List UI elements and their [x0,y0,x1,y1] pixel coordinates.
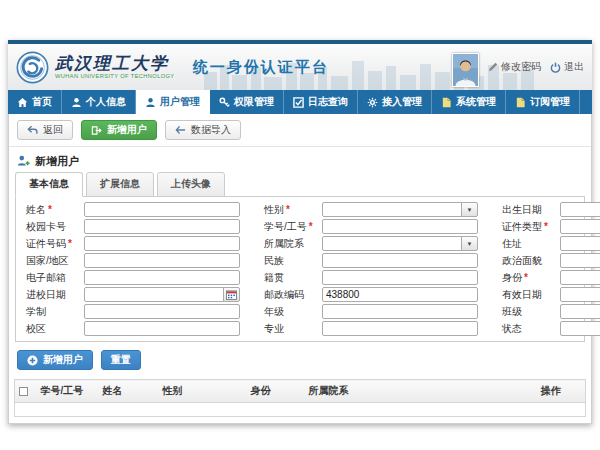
form-field-enroll-date: 进校日期 [18,286,256,303]
nav-item-1[interactable]: 首页 [8,90,62,114]
required-asterisk: * [544,221,548,232]
gear-icon [367,97,378,108]
form-field-grade: 年级 [256,303,494,320]
nav-item-8[interactable]: 订阅管理 [506,90,580,114]
nav-item-3[interactable]: 用户管理 [136,90,210,114]
column-header-5: 所属院系 [305,380,537,403]
university-name-en: WUHAN UNIVERSITY OF TECHNOLOGY [55,73,175,79]
main-content: 返回 新增用户 数据导入 [8,114,592,424]
department-input[interactable] [322,236,462,251]
field-label: 专业 [264,322,322,336]
postal-code-input[interactable] [322,287,478,302]
data-import-button[interactable]: 数据导入 [165,120,241,140]
field-label: 邮政编码 [264,288,322,302]
university-logo [16,51,49,84]
form-grid: 姓名*性别*▼出生日期校园卡号学号/工号*证件类型*证件号码*所属院系▼住址国家… [18,201,582,337]
file-icon [441,97,452,108]
column-header-6: 操作 [537,380,586,403]
campus-card-no-input[interactable] [84,219,240,234]
id-type-input[interactable] [560,219,600,234]
grade-input[interactable] [322,304,478,319]
back-label: 返回 [43,123,63,137]
field-label: 进校日期 [26,288,84,302]
field-label: 年级 [264,305,322,319]
column-header-3: 性别 [159,380,247,403]
add-person-icon [17,155,30,169]
form-field-postal-code: 邮政编码 [256,286,494,303]
chevron-down-icon[interactable]: ▼ [461,236,478,251]
nav-item-5[interactable]: 日志查询 [284,90,358,114]
enroll-date-input[interactable] [84,287,224,302]
identity-input[interactable] [560,270,600,285]
field-label: 所属院系 [264,237,322,251]
arrow-left-icon [175,125,186,135]
form-field-major: 专业 [256,320,494,337]
nav-item-6[interactable]: 接入管理 [358,90,432,114]
section-title: 新增用户 [35,154,79,169]
tab-3[interactable]: 上传头像 [157,172,225,197]
required-asterisk: * [309,221,313,232]
new-user-toolbar-button[interactable]: 新增用户 [81,120,157,140]
change-password-link[interactable]: 修改密码 [488,60,541,74]
form-panel: 姓名*性别*▼出生日期校园卡号学号/工号*证件类型*证件号码*所属院系▼住址国家… [15,196,585,342]
submit-label: 新增用户 [43,353,83,367]
name-input[interactable] [84,202,240,217]
field-label: 电子邮箱 [26,271,84,285]
form-field-campus: 校区 [18,320,256,337]
logout-link[interactable]: 退出 [550,60,584,74]
log-check-icon [293,97,304,108]
nav-item-7[interactable]: 系统管理 [432,90,506,114]
student-or-staff-id-input[interactable] [322,219,478,234]
form-actions: 新增用户 重置 [9,342,591,376]
education-length-input[interactable] [84,304,240,319]
app-header: 武汉理工大学 WUHAN UNIVERSITY OF TECHNOLOGY 统一… [8,44,592,90]
nav-item-4[interactable]: 权限管理 [210,90,284,114]
ethnicity-input[interactable] [322,253,478,268]
submit-new-user-button[interactable]: 新增用户 [17,350,93,370]
native-place-input[interactable] [322,270,478,285]
home-icon [17,97,28,108]
form-field-email: 电子邮箱 [18,269,256,286]
address-input[interactable] [560,236,600,251]
nav-bar: 首页个人信息用户管理权限管理日志查询接入管理系统管理订阅管理 [8,90,592,114]
id-number-input[interactable] [84,236,240,251]
email-input[interactable] [84,270,240,285]
nav-item-2[interactable]: 个人信息 [62,90,136,114]
screenshot-canvas: 武汉理工大学 WUHAN UNIVERSITY OF TECHNOLOGY 统一… [0,0,600,450]
tab-2[interactable]: 扩展信息 [86,172,154,197]
chevron-down-icon[interactable]: ▼ [461,202,478,217]
valid-date-input[interactable] [560,287,600,302]
class-input[interactable] [560,304,600,319]
key-icon [219,97,230,108]
form-field-political-status: 政治面貌 [494,252,600,269]
university-name: 武汉理工大学 [55,55,181,73]
select-all-checkbox[interactable] [19,387,28,396]
back-button[interactable]: 返回 [17,120,73,140]
avatar[interactable] [452,53,479,87]
nav-item-label: 个人信息 [86,95,126,109]
reset-button[interactable]: 重置 [101,350,141,370]
add-user-icon [91,125,102,136]
platform-title: 统一身份认证平台 [193,58,329,77]
data-import-label: 数据导入 [191,123,231,137]
campus-input[interactable] [84,321,240,336]
gender-input[interactable] [322,202,462,217]
field-label: 证件号码* [26,237,84,251]
person-icon [71,97,82,108]
nav-item-label: 首页 [32,95,52,109]
required-asterisk: * [48,204,52,215]
form-field-country-region: 国家/地区 [18,252,256,269]
tab-1[interactable]: 基本信息 [15,172,83,197]
column-header-2: 姓名 [99,380,159,403]
political-status-input[interactable] [560,253,600,268]
field-label: 出生日期 [502,203,560,217]
nav-item-label: 用户管理 [160,95,200,109]
field-label: 政治面貌 [502,254,560,268]
birth-date-input[interactable] [560,202,600,217]
calendar-icon[interactable] [223,287,240,302]
major-input[interactable] [322,321,478,336]
form-field-education-length: 学制 [18,303,256,320]
toolbar: 返回 新增用户 数据导入 [9,114,591,147]
status-input[interactable] [560,321,600,336]
country-region-input[interactable] [84,253,240,268]
